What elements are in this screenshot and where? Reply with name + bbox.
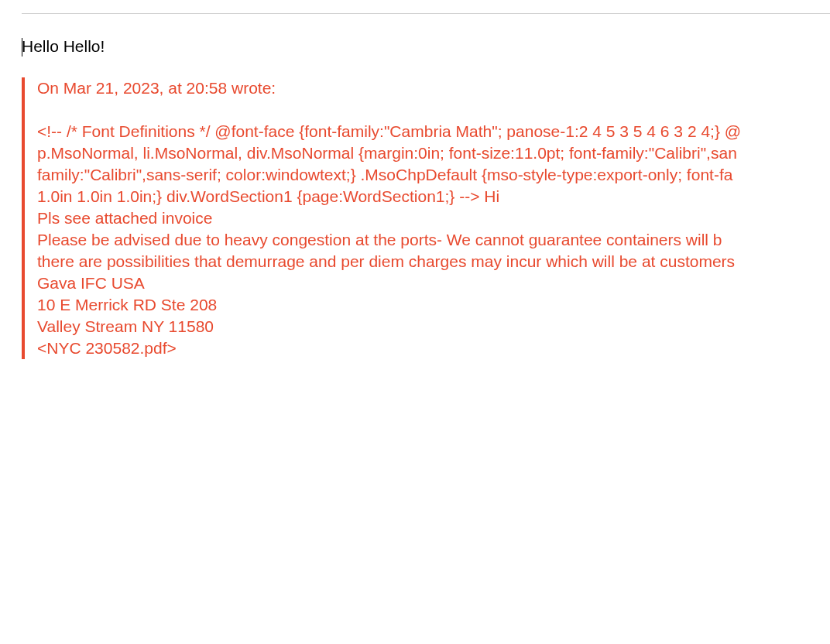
greeting-label: Hello Hello! (22, 37, 105, 55)
quote-body-line: Please be advised due to heavy congestio… (37, 229, 808, 251)
quote-body-line: there are possibilities that demurrage a… (37, 251, 808, 272)
quote-body-line: Pls see attached invoice (37, 207, 808, 229)
quote-spacer (37, 99, 808, 121)
quote-body-line: 1.0in 1.0in 1.0in;} div.WordSection1 {pa… (37, 186, 808, 207)
quote-header: On Mar 21, 2023, at 20:58 wrote: (37, 77, 808, 99)
quote-body-line: Gava IFC USA (37, 272, 808, 294)
quote-body-line: Valley Stream NY 11580 (37, 316, 808, 337)
quote-body-line: 10 E Merrick RD Ste 208 (37, 294, 808, 316)
quote-body-line: family:"Calibri",sans-serif; color:windo… (37, 164, 808, 186)
email-body[interactable]: Hello Hello! On Mar 21, 2023, at 20:58 w… (0, 14, 830, 359)
quote-body-line: p.MsoNormal, li.MsoNormal, div.MsoNormal… (37, 142, 808, 164)
text-cursor (22, 38, 22, 57)
greeting-text[interactable]: Hello Hello! (22, 37, 808, 56)
quoted-email-block: On Mar 21, 2023, at 20:58 wrote: <!-- /*… (22, 77, 808, 359)
quote-body-line: <!-- /* Font Definitions */ @font-face {… (37, 121, 808, 142)
quote-attachment-line: <NYC 230582.pdf> (37, 337, 808, 359)
